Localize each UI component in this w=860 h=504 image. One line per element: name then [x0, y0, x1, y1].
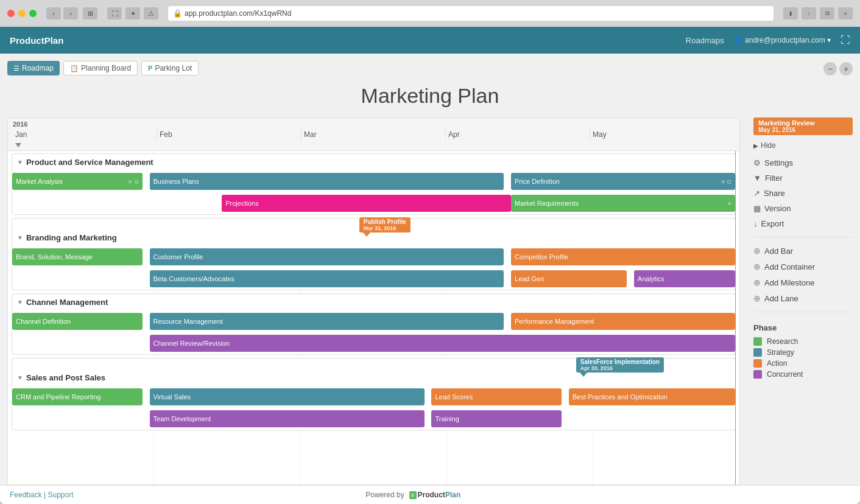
phase-section: Phase Research Strategy Action	[753, 323, 853, 380]
container-bm-label: Branding and Marketing	[26, 233, 117, 242]
export-item[interactable]: ↓ Export	[753, 217, 853, 231]
app-container: ProductPlan Roadmaps 👤 andre@productplan…	[0, 27, 860, 504]
bar-virtual-sales[interactable]: Virtual Sales	[150, 388, 425, 405]
browser-nav: ‹ ›	[46, 7, 78, 19]
feedback-link[interactable]: Feedback	[10, 491, 42, 499]
browser-titlebar: ‹ › ⊞ ⛶ ✦ ⚠ 🔒 app.productplan.com/Kx1qwR…	[0, 0, 860, 27]
container-cm: ▼ Channel Management Channel Definition	[12, 293, 736, 355]
plus-tab-button[interactable]: +	[838, 7, 853, 19]
footer-left: Feedback | Support	[10, 491, 74, 499]
container-pasm-header[interactable]: ▼ Product and Service Management	[12, 154, 735, 170]
phase-title: Phase	[753, 323, 853, 332]
browser-actions: ⬇ ↑ ⧉ +	[783, 7, 853, 19]
roadmap-tab-icon: ☰	[13, 65, 19, 72]
bar-lead-scores[interactable]: Lead Scores	[431, 388, 562, 405]
milestone-marketing-review[interactable]: Marketing Review May 31, 2016	[753, 117, 853, 135]
tab-bar: ☰ Roadmap 📋 Planning Board P Parking Lot	[7, 61, 199, 75]
forward-button[interactable]: ›	[63, 7, 78, 19]
bar-team-development[interactable]: Team Development	[150, 410, 425, 427]
phase-research: Research	[753, 336, 853, 347]
minimize-dot[interactable]	[18, 10, 26, 17]
bar-market-analysis[interactable]: Market Analysis ≡ ⊙	[12, 173, 143, 190]
top-nav: ProductPlan Roadmaps 👤 andre@productplan…	[0, 27, 860, 54]
bar-lead-gen[interactable]: Lead Gen	[511, 270, 627, 287]
phase-research-color	[753, 337, 762, 346]
pp-logo-icon: ≡	[409, 491, 417, 499]
sidebar-divider-1	[753, 237, 853, 237]
fullscreen-button[interactable]: ⛶	[841, 35, 850, 46]
resize-button[interactable]: ⛶	[107, 7, 122, 19]
close-dot[interactable]	[7, 10, 15, 17]
container-pasm: ▼ Product and Service Management Market …	[12, 153, 736, 215]
tab-roadmap[interactable]: ☰ Roadmap	[7, 61, 60, 75]
bar-resource-management[interactable]: Resource Management	[150, 313, 504, 330]
view-button[interactable]: ⊞	[83, 7, 97, 19]
container-sps-header[interactable]: ▼ Sales and Post Sales	[12, 369, 735, 386]
bar-brand-solution-message[interactable]: Brand, Solution, Message	[12, 248, 143, 265]
lane-cm-2: Channel Review/Revision	[12, 332, 735, 354]
back-button[interactable]: ‹	[46, 7, 61, 19]
share-button[interactable]: ↑	[802, 7, 816, 19]
lane-pasm-2: Projections Market Requirements ≡	[12, 192, 735, 214]
container-cm-label: Channel Management	[26, 298, 108, 307]
url-bar[interactable]: 🔒 app.productplan.com/Kx1qwRNd	[168, 6, 774, 21]
hide-button[interactable]: ▶ Hide	[753, 141, 853, 150]
bar-beta-customers[interactable]: Beta Customers/Advocates	[150, 270, 504, 287]
right-sidebar: Marketing Review May 31, 2016 ▶ Hide ⚙ S…	[746, 117, 853, 485]
lane-cm-1: Channel Definition Resource Management P…	[12, 310, 735, 332]
phase-strategy-color	[753, 348, 762, 357]
collapse-icon-cm: ▼	[17, 299, 23, 306]
footer-brand1: Product	[418, 491, 445, 499]
maximize-dot[interactable]	[29, 10, 37, 17]
version-item[interactable]: ▦ Version	[753, 201, 853, 215]
collapse-icon-sps: ▼	[17, 374, 23, 381]
tabs-button[interactable]: ⧉	[820, 7, 834, 19]
add-lane-item[interactable]: ⊕ Add Lane	[753, 291, 853, 306]
bar-crm-pipeline[interactable]: CRM and Pipeline Reporting	[12, 388, 143, 405]
phase-action-color	[753, 359, 762, 368]
bar-price-definition[interactable]: Price Definition ≡ ⊙	[511, 173, 735, 190]
zoom-in-button[interactable]: +	[839, 62, 853, 75]
collapse-icon-pasm: ▼	[17, 159, 23, 166]
download-button[interactable]: ⬇	[783, 7, 798, 19]
add-milestone-icon: ⊕	[753, 278, 761, 287]
warn-button[interactable]: ⚠	[144, 7, 158, 19]
bar-customer-profile[interactable]: Customer Profile	[150, 248, 504, 265]
add-bar-item[interactable]: ⊕ Add Bar	[753, 243, 853, 258]
planning-board-tab-icon: 📋	[70, 65, 79, 72]
support-link[interactable]: Support	[48, 491, 74, 499]
month-may: May	[590, 129, 735, 140]
share-item[interactable]: ↗ Share	[753, 186, 853, 200]
bar-best-practices[interactable]: Best Practices and Optimization	[569, 388, 735, 405]
add-milestone-item[interactable]: ⊕ Add Milestone	[753, 275, 853, 290]
tab-planning-board[interactable]: 📋 Planning Board	[63, 61, 138, 75]
roadmaps-link[interactable]: Roadmaps	[686, 36, 724, 45]
bar-projections[interactable]: Projections	[222, 195, 511, 212]
container-cm-header[interactable]: ▼ Channel Management	[12, 294, 735, 310]
zoom-out-button[interactable]: −	[823, 62, 837, 75]
bar-business-plans[interactable]: Business Plans	[150, 173, 504, 190]
add-container-item[interactable]: ⊕ Add Container	[753, 259, 853, 274]
tab-parking-lot[interactable]: P Parking Lot	[141, 61, 199, 75]
settings-item[interactable]: ⚙ Settings	[753, 156, 853, 170]
lane-sps-2: Team Development Training	[12, 408, 735, 430]
footer: Feedback | Support Powered by ≡ ProductP…	[0, 485, 860, 504]
bar-performance-management[interactable]: Performance Management	[511, 313, 735, 330]
bar-channel-definition[interactable]: Channel Definition	[12, 313, 143, 330]
phase-action: Action	[753, 358, 853, 369]
user-menu[interactable]: 👤 andre@productplan.com ▾	[734, 36, 831, 44]
bar-competitor-profile[interactable]: Competitor Profile	[511, 248, 735, 265]
filter-item[interactable]: ▼ Filter	[753, 171, 853, 185]
bar-analytics[interactable]: Analytics	[634, 270, 735, 287]
container-bm: Publish Profile Mar 31, 2016 ▼ Brandin	[12, 218, 736, 290]
lane-sps-1: CRM and Pipeline Reporting Virtual Sales…	[12, 386, 735, 408]
lane-pasm-1: Market Analysis ≡ ⊙ Business Plans	[12, 170, 735, 192]
container-bm-header[interactable]: ▼ Branding and Marketing	[12, 229, 735, 246]
bar-training[interactable]: Training	[431, 410, 562, 427]
collapse-icon-bm: ▼	[17, 234, 23, 241]
magic-button[interactable]: ✦	[125, 7, 140, 19]
add-bar-icon: ⊕	[753, 246, 761, 256]
bar-market-requirements[interactable]: Market Requirements ≡	[511, 195, 735, 212]
year-label: 2016	[13, 121, 735, 128]
bar-channel-review[interactable]: Channel Review/Revision	[150, 335, 735, 352]
